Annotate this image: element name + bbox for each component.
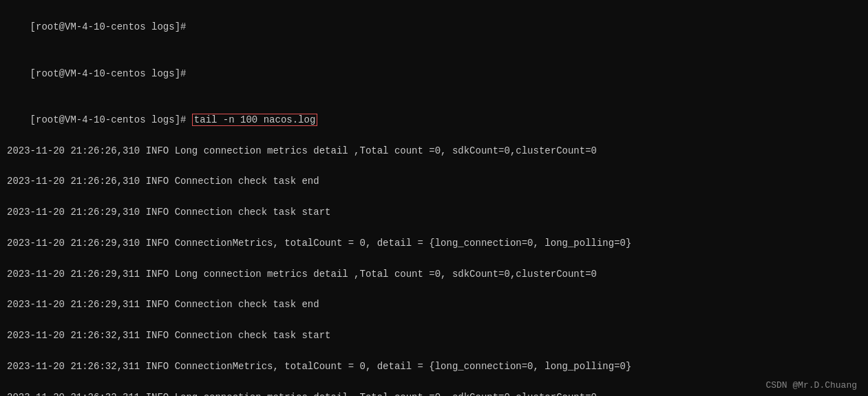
log-line-16: 2023-11-20 21:26:32,311 INFO Connection …: [7, 328, 861, 343]
log-line-18: 2023-11-20 21:26:32,311 INFO ConnectionM…: [7, 359, 861, 374]
empty-3: [7, 220, 861, 235]
empty-7: [7, 344, 861, 359]
log-line-6: 2023-11-20 21:26:26,310 INFO Connection …: [7, 174, 861, 189]
log-line-20: 2023-11-20 21:26:32,311 INFO Long connec…: [7, 390, 861, 396]
empty-1: [7, 158, 861, 174]
terminal-window: [root@VM-4-10-centos logs]# [root@VM-4-1…: [0, 0, 868, 396]
watermark: CSDN @Mr.D.Chuang: [765, 380, 857, 390]
empty-8: [7, 374, 861, 389]
prompt-3-prefix: [root@VM-4-10-centos logs]#: [30, 114, 192, 125]
empty-2: [7, 189, 861, 205]
log-line-14: 2023-11-20 21:26:29,311 INFO Connection …: [7, 297, 861, 312]
empty-5: [7, 282, 861, 297]
empty-6: [7, 313, 861, 328]
empty-4: [7, 251, 861, 266]
tail-command: tail -n 100 nacos.log: [192, 114, 317, 126]
terminal-line-3: [root@VM-4-10-centos logs]# tail -n 100 …: [7, 96, 861, 143]
log-line-4: 2023-11-20 21:26:26,310 INFO Long connec…: [7, 143, 861, 158]
prompt-1: [root@VM-4-10-centos logs]#: [30, 21, 187, 32]
prompt-2: [root@VM-4-10-centos logs]#: [30, 68, 187, 79]
terminal-line-2: [root@VM-4-10-centos logs]#: [7, 50, 861, 96]
log-line-8: 2023-11-20 21:26:29,310 INFO Connection …: [7, 205, 861, 220]
terminal-line-1: [root@VM-4-10-centos logs]#: [7, 4, 861, 50]
log-line-12: 2023-11-20 21:26:29,311 INFO Long connec…: [7, 267, 861, 282]
log-line-10: 2023-11-20 21:26:29,310 INFO ConnectionM…: [7, 236, 861, 251]
